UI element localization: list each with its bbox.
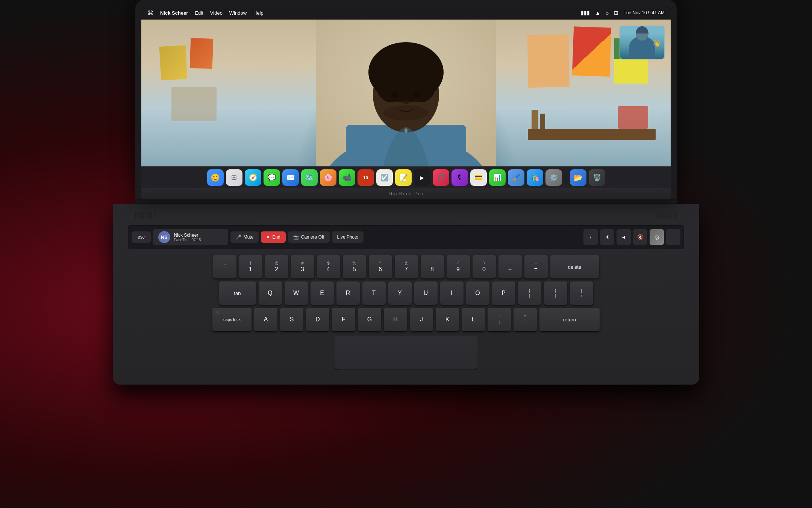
dock-item-calendar[interactable]: 10 <box>358 169 374 186</box>
screen-inner: ⌘ Nick Scheer Edit Video Window Help ▮▮▮… <box>141 6 671 188</box>
tb-siri-button[interactable]: ◎ <box>650 229 664 245</box>
key-7[interactable]: &7 <box>395 255 418 278</box>
key-caps-lock[interactable]: caps lock <box>212 308 251 331</box>
key-0[interactable]: )0 <box>473 255 496 278</box>
menubar-help[interactable]: Help <box>253 10 264 16</box>
brightness-down-icon: ‹ <box>590 234 592 240</box>
tb-mute-button[interactable]: 🎤 Mute <box>230 231 259 243</box>
screen-bezel: ⌘ Nick Scheer Edit Video Window Help ▮▮▮… <box>135 0 677 199</box>
menubar-window[interactable]: Window <box>229 10 247 16</box>
dock-item-safari[interactable]: 🧭 <box>245 169 261 186</box>
dock-item-trash[interactable]: 🗑️ <box>589 169 605 186</box>
key-return[interactable]: return <box>539 308 600 331</box>
key-3[interactable]: #3 <box>291 255 314 278</box>
key-d[interactable]: D <box>306 308 329 331</box>
search-icon[interactable]: ⌕ <box>606 10 609 16</box>
key-minus[interactable]: _− <box>498 255 522 278</box>
dock-item-launchpad[interactable]: ⊞ <box>226 169 242 186</box>
key-t[interactable]: T <box>362 281 386 305</box>
key-y[interactable]: Y <box>388 281 412 305</box>
key-k[interactable]: K <box>436 308 459 331</box>
end-call-icon: ✕ <box>266 234 270 240</box>
menubar-right: ▮▮▮ ▲ ⌕ ⊞ Tue Nov 10 9:41 AM <box>581 10 665 16</box>
key-f[interactable]: F <box>332 308 355 331</box>
dock-item-notes[interactable]: 📝 <box>395 169 412 186</box>
dock-item-wallet[interactable]: 💳 <box>470 169 487 186</box>
dock-item-appletv[interactable]: ▶ <box>414 169 430 186</box>
key-semicolon[interactable]: :; <box>488 308 511 331</box>
dock-separator <box>566 171 566 184</box>
key-h[interactable]: H <box>384 308 407 331</box>
esc-key[interactable]: esc <box>132 231 151 243</box>
key-2[interactable]: @2 <box>265 255 288 278</box>
key-tab[interactable]: tab <box>219 281 256 305</box>
key-g[interactable]: G <box>358 308 381 331</box>
menubar-edit[interactable]: Edit <box>195 10 203 16</box>
tb-end-button[interactable]: ✕ End <box>261 231 285 243</box>
key-s[interactable]: S <box>280 308 303 331</box>
tb-brightness-down-button[interactable]: ‹ <box>583 229 598 245</box>
dock-item-numbers[interactable]: 📊 <box>489 169 506 186</box>
key-p[interactable]: P <box>492 281 515 305</box>
key-8[interactable]: *8 <box>421 255 444 278</box>
dock-item-finder[interactable]: 😊 <box>207 169 224 186</box>
key-backtick[interactable]: ~ ` <box>213 255 236 278</box>
key-5[interactable]: %5 <box>343 255 366 278</box>
trackpad[interactable] <box>335 336 477 370</box>
menubar-left: ⌘ Nick Scheer Edit Video Window Help <box>147 9 573 17</box>
key-quote[interactable]: "' <box>514 308 537 331</box>
key-bracket-close[interactable]: }] <box>544 281 567 305</box>
dock-item-finder2[interactable]: 📂 <box>570 169 586 186</box>
key-e[interactable]: E <box>311 281 334 305</box>
menubar-time: Tue Nov 10 9:41 AM <box>624 10 665 15</box>
background-art-left <box>160 31 243 144</box>
dock-item-maps[interactable]: 🗺️ <box>301 169 318 186</box>
tb-live-photo-button[interactable]: Live Photo <box>332 231 364 243</box>
key-o[interactable]: O <box>466 281 489 305</box>
tb-extra-button[interactable] <box>666 229 680 245</box>
self-view-pip: 👋 <box>620 26 665 59</box>
apple-logo-icon[interactable]: ⌘ <box>147 9 153 17</box>
key-i[interactable]: I <box>440 281 464 305</box>
dock-item-photos[interactable]: 🌸 <box>320 169 336 186</box>
dock-item-facetime[interactable]: 📹 <box>339 169 355 186</box>
key-w[interactable]: W <box>285 281 308 305</box>
key-6[interactable]: ^6 <box>369 255 392 278</box>
key-equals[interactable]: += <box>524 255 548 278</box>
key-j[interactable]: J <box>410 308 433 331</box>
dock-item-appstore[interactable]: 🛍️ <box>527 169 543 186</box>
tb-brightness-button[interactable]: ☀ <box>600 229 614 245</box>
dock: 😊 ⊞ 🧭 💬 ✉️ 🗺️ <box>141 166 671 188</box>
key-4[interactable]: $4 <box>317 255 340 278</box>
tb-camera-off-button[interactable]: 📷 Camera Off <box>288 231 330 243</box>
dock-item-podcasts[interactable]: 🎙 <box>451 169 468 186</box>
key-u[interactable]: U <box>414 281 438 305</box>
dock-item-music[interactable]: 🎵 <box>433 169 449 186</box>
keyboard: ~ ` !1 @2 #3 $4 %5 ^6 &7 *8 (9 )0 _− += … <box>128 255 684 331</box>
dock-item-pixelmator[interactable]: 🖌️ <box>508 169 524 186</box>
dock-item-reminders[interactable]: ☑️ <box>376 169 393 186</box>
key-bracket-open[interactable]: {[ <box>518 281 541 305</box>
tb-mute-volume-button[interactable]: 🔇 <box>633 229 647 245</box>
tb-volume-button[interactable]: ◄ <box>617 229 631 245</box>
dock-item-messages[interactable]: 💬 <box>264 169 280 186</box>
key-r[interactable]: R <box>336 281 360 305</box>
key-delete[interactable]: delete <box>550 255 599 278</box>
wifi-icon: ▲ <box>595 10 600 16</box>
key-a[interactable]: A <box>254 308 277 331</box>
macbook-label: MacBook Pro <box>388 191 424 196</box>
screen-chin: MacBook Pro <box>141 188 671 199</box>
key-l[interactable]: L <box>462 308 485 331</box>
trackpad-area <box>128 336 684 370</box>
key-9[interactable]: (9 <box>447 255 470 278</box>
dock-item-settings[interactable]: ⚙️ <box>545 169 562 186</box>
key-1[interactable]: !1 <box>239 255 262 278</box>
menubar-app-name[interactable]: Nick Scheer <box>160 10 188 16</box>
key-backslash[interactable]: |\ <box>570 281 593 305</box>
tb-caller-text: Nick Scheer FaceTime 07:15 <box>174 233 201 242</box>
key-q[interactable]: Q <box>259 281 282 305</box>
person-video <box>316 20 496 166</box>
dock-item-mail[interactable]: ✉️ <box>282 169 299 186</box>
menubar-video[interactable]: Video <box>210 10 223 16</box>
battery-icon: ▮▮▮ <box>581 10 590 16</box>
